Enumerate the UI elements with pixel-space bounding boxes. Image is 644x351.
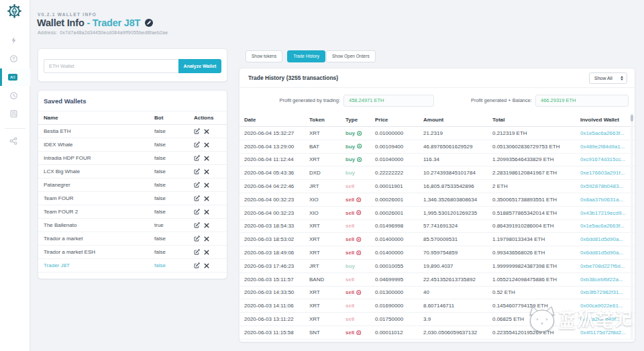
trade-row: 2020-06-03 17:46:23JRTbuy0.0001005519,89… (239, 260, 635, 273)
involved-wallet-link[interactable]: 0xe176603a291f... (580, 170, 635, 176)
involved-wallet-link[interactable]: 0x1e5ac6a2663f... (580, 130, 635, 136)
trade-amount: 22.451352613735892 (423, 277, 492, 283)
involved-wallet-link[interactable]: 0x592878b0483... (580, 183, 635, 189)
saved-wallet-row[interactable]: Team FOURfalse (38, 192, 227, 205)
edit-wallet-icon[interactable] (194, 236, 200, 242)
trade-amount: 46.89765061629529 (423, 144, 492, 150)
edit-wallet-icon[interactable] (194, 222, 200, 228)
edit-wallet-icon[interactable] (194, 209, 200, 215)
saved-wallet-row[interactable]: Trader J8Tfalse (38, 259, 227, 272)
involved-wallet-link[interactable]: 0x1e5ac6a2663f... (580, 223, 635, 229)
delete-wallet-icon[interactable] (204, 250, 209, 255)
edit-wallet-icon[interactable] (194, 182, 200, 188)
saved-wallet-row[interactable]: Tirador a marketfalse (38, 232, 227, 246)
involved-wallet-link[interactable]: 0x92a2f6db49f... (580, 316, 635, 322)
edit-wallet-badge-icon[interactable] (145, 19, 153, 27)
tab-show-open-orders[interactable]: Show Open Orders (326, 50, 376, 62)
column-involved-wallet: Involved Wallet (580, 117, 635, 123)
involved-wallet-link[interactable]: 0x8aa37b0631a... (580, 197, 635, 203)
wallet-actions (194, 155, 227, 161)
filter-select[interactable]: Show All (589, 72, 627, 84)
share-nodes-icon[interactable] (0, 137, 27, 145)
saved-wallet-row[interactable]: LCX Big Whalefalse (38, 165, 227, 179)
trade-total: 0.06825 ETH (492, 316, 580, 322)
edit-wallet-icon[interactable] (194, 155, 200, 161)
wallet-name: Bestia ETH (44, 128, 154, 134)
trade-total: 0.5188577865342014 ETH (492, 210, 580, 216)
clock-icon[interactable] (0, 92, 27, 99)
saved-wallet-row[interactable]: Patanegrerfalse (38, 179, 227, 192)
delete-wallet-icon[interactable] (204, 196, 209, 201)
edit-wallet-icon[interactable] (194, 142, 200, 148)
delete-wallet-icon[interactable] (204, 236, 209, 242)
wallet-bot-flag: false (154, 128, 194, 134)
question-circle-icon[interactable]: ? (0, 55, 27, 62)
table-scrollbar-track[interactable] (631, 113, 633, 340)
involved-wallet-link[interactable]: 0xc91674d315cc... (580, 156, 635, 162)
column-actions: Actions (194, 115, 227, 121)
trade-amount: 85.570009531 (423, 236, 492, 242)
involved-wallet-link[interactable]: 0x4f1175d72f8d2... (580, 330, 635, 336)
saved-wallet-row[interactable]: Tirador a market ESHfalse (38, 246, 227, 259)
delete-wallet-icon[interactable] (204, 142, 209, 148)
buy-circle-icon (357, 157, 362, 162)
saved-wallet-row[interactable]: Team FOUR 2false (38, 205, 227, 219)
lightning-icon[interactable] (0, 37, 27, 44)
saved-wallet-row[interactable]: IDEX Whalefalse (38, 138, 227, 152)
involved-wallet-link[interactable]: 0x43b17219ecd9... (580, 210, 635, 216)
calculator-icon[interactable] (0, 110, 27, 117)
wallet-actions (194, 182, 227, 188)
involved-wallet-link[interactable]: 0x6dd81d5d90a... (580, 250, 635, 256)
trade-type: sell (345, 223, 375, 229)
involved-wallet-link[interactable]: 0xb3f672982f31... (580, 289, 635, 295)
table-scrollbar-thumb[interactable] (631, 115, 633, 121)
edit-wallet-icon[interactable] (194, 249, 200, 255)
trade-row: 2020-06-04 15:32:27XRTbuy0.0100000021.23… (239, 127, 635, 140)
wallet-actions (194, 236, 227, 242)
trade-token: XRT (309, 236, 345, 242)
delete-wallet-icon[interactable] (204, 129, 209, 134)
involved-wallet-link[interactable]: 0x00ca9022e61... (580, 303, 635, 309)
wallet-search-card: Analyze Wallet (38, 48, 227, 82)
sidebar-item-wallet-info[interactable]: A≡ (0, 68, 30, 86)
filter-select-value: Show All (590, 76, 621, 81)
tab-show-tokens[interactable]: Show tokens (246, 50, 282, 62)
involved-wallet-link[interactable]: 0x489e2f84d9a1... (580, 144, 635, 150)
wallet-name: IDEX Whale (44, 142, 154, 148)
saved-wallet-row[interactable]: Bestia ETHfalse (38, 125, 227, 138)
involved-wallet-link[interactable]: 0x6dd81d5d90a... (580, 236, 635, 242)
saved-wallet-row[interactable]: The Ballenatotrue (38, 219, 227, 232)
profit-balance-stat: Profit generated + Balance: 466.29319 ET… (434, 95, 635, 107)
delete-wallet-icon[interactable] (204, 263, 209, 268)
involved-wallet-link[interactable]: 0xbe708d227f6d... (580, 263, 635, 269)
wallet-search-input[interactable] (44, 59, 178, 73)
analyze-wallet-button[interactable]: Analyze Wallet (178, 59, 221, 73)
profit-trading-label: Profit generated by trading: (239, 97, 340, 103)
delete-wallet-icon[interactable] (204, 223, 209, 228)
trade-price: 0.01750000 (375, 316, 423, 322)
trade-amount: 16,805.87533542896 (423, 183, 492, 189)
saved-wallet-row[interactable]: Intradia HDP FOURfalse (38, 152, 227, 165)
delete-wallet-icon[interactable] (204, 169, 209, 174)
tab-trade-history[interactable]: Trade History (287, 50, 325, 62)
delete-wallet-icon[interactable] (204, 183, 209, 188)
edit-wallet-icon[interactable] (194, 128, 200, 134)
trade-amount: 19,890.4037 (423, 263, 492, 269)
gear-ethereum-logo-icon[interactable] (7, 3, 22, 19)
edit-wallet-icon[interactable] (194, 195, 200, 201)
trade-type: buy (345, 130, 375, 136)
delete-wallet-icon[interactable] (204, 209, 209, 215)
involved-wallet-link[interactable]: 0xb38cebfbf22a... (580, 277, 635, 283)
edit-wallet-icon[interactable] (194, 262, 200, 268)
column-price: Price (375, 117, 423, 123)
trade-row: 2020-06-04 13:29:00BATbuy0.0010940046.89… (239, 140, 635, 154)
delete-wallet-icon[interactable] (204, 156, 209, 161)
trade-price: 0.01400000 (375, 250, 423, 256)
sell-circle-icon (356, 210, 362, 215)
trade-date: 2020-06-04 00:32:23 (244, 197, 309, 203)
trade-amount: 70.959754859 (423, 250, 492, 256)
trade-date: 2020-06-04 15:32:27 (244, 130, 309, 136)
trade-total: 2 ETH (492, 183, 580, 189)
edit-wallet-icon[interactable] (194, 168, 200, 174)
trade-row: 2020-06-03 18:49:06XRTsell0.0140000070.9… (239, 246, 635, 260)
